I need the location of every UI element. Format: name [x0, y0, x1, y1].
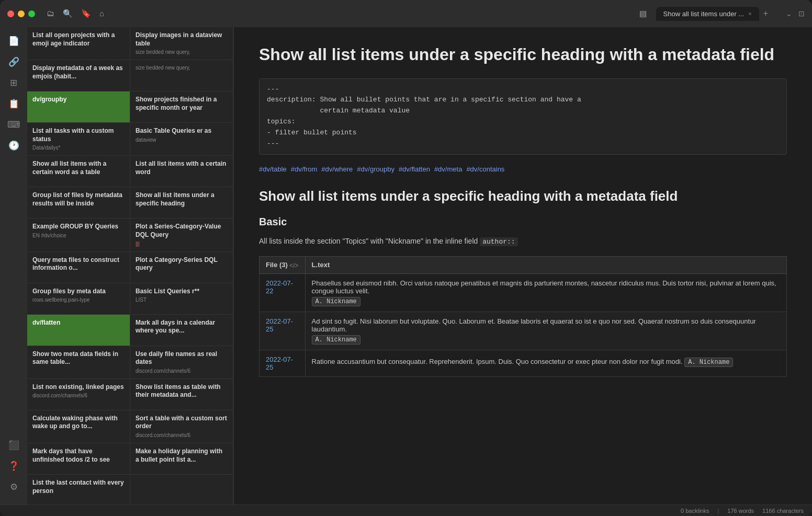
frontmatter-dashes-bottom: --- [267, 139, 779, 150]
word-count: 176 words [727, 508, 754, 514]
tag-dv-where[interactable]: #dv/where [321, 165, 353, 173]
sidebar-item-20[interactable]: Use daily file names as real dates disco… [130, 346, 233, 379]
tag-dv-table[interactable]: #dv/table [259, 165, 287, 173]
sidebar-item-17[interactable]: Basic List Queries r** LIST [130, 283, 233, 315]
close-button[interactable] [7, 10, 14, 17]
titlebar-icons: 🗂 🔍 🔖 ⌂ [47, 9, 104, 18]
sidebar-item-23[interactable]: Calculate waking phase with wake up and … [27, 410, 130, 443]
table-cell-file-2: 2022-07-25 [260, 312, 306, 350]
tag-dv-meta[interactable]: #dv/meta [434, 165, 462, 173]
sidebar-item-dvgroupby[interactable]: dv/groupby [27, 91, 130, 123]
ab-settings-icon[interactable]: ⚙ [4, 477, 23, 496]
sidebar-item-12[interactable]: Example GROUP BY Queries EN #dv/choice [27, 219, 130, 251]
sidebar-item-21[interactable]: List non existing, linked pages discord.… [27, 379, 130, 410]
sidebar-item-dvflatten[interactable]: dv/flatten [27, 315, 130, 346]
intro-text: All lists inside the section "Topics" wi… [259, 235, 787, 248]
frontmatter-topics-item: - filter bullet points [267, 128, 779, 139]
table-row: 2022-07-25 Ad sint so fugit. Nisi laboru… [260, 312, 787, 350]
tag-dv-from[interactable]: #dv/from [291, 165, 318, 173]
titlebar: 🗂 🔍 🔖 ⌂ ▤ Show all list items under ... … [0, 0, 812, 27]
sidebar-item-4[interactable]: size bedded new query, [130, 60, 233, 91]
sidebar-item-16[interactable]: Group files by meta data rows.wellbeing.… [27, 283, 130, 315]
file-link-1[interactable]: 2022-07-22 [266, 279, 293, 295]
sidebar-item-28[interactable] [130, 475, 233, 504]
file-link-3[interactable]: 2022-07-25 [266, 356, 293, 371]
ab-clock-icon[interactable]: 🕐 [4, 136, 23, 155]
sidebar-item-27[interactable]: List the last contact with every person [27, 475, 130, 504]
sidebar-item-1[interactable]: List all open projects with a emoji age … [27, 27, 130, 60]
sidebar-item-2[interactable]: Display images in a dataview table size … [130, 27, 233, 60]
traffic-lights [7, 10, 35, 17]
sidebar-item-5[interactable]: Show projects finished in a specific mon… [130, 91, 233, 123]
sidebar-toggle-icon[interactable]: ▤ [639, 9, 647, 18]
ab-files-icon[interactable]: 📄 [4, 31, 23, 50]
sidebar-item-9[interactable]: List all list items with a certain word [130, 156, 233, 187]
tag-dv-groupby[interactable]: #dv/groupby [357, 165, 394, 173]
nickname-badge-3: A. Nickname [684, 358, 733, 367]
split-view-icon[interactable]: ⊡ [798, 9, 805, 18]
bookmark-icon[interactable]: 🔖 [81, 9, 91, 18]
char-count: 1166 characters [762, 508, 804, 514]
sidebar-item-19[interactable]: Show two meta data fields in same table.… [27, 346, 130, 379]
sidebar-item-24[interactable]: Sort a table with a custom sort order di… [130, 410, 233, 443]
data-table: File (3) </> L.text 2022-07-22 Phasellus… [259, 256, 787, 377]
ab-help-icon[interactable]: ❓ [4, 456, 23, 475]
table-row: 2022-07-25 Ratione accusantium but conse… [260, 350, 787, 376]
sidebar-item-15[interactable]: Plot a Category-Series DQL query [130, 252, 233, 283]
sidebar-item-14[interactable]: Query meta files to construct informatio… [27, 252, 130, 283]
code-toggle-icon[interactable]: </> [289, 262, 298, 269]
sidebar-item-18[interactable]: Mark all days in a calendar where you sp… [130, 315, 233, 346]
sidebar-item-10[interactable]: Group list of files by metadata results … [27, 187, 130, 219]
sidebar-item-6[interactable]: List all tasks with a custom status Data… [27, 123, 130, 156]
table-cell-text-1: Phasellus sed euismod nibh. Orci varius … [305, 273, 786, 312]
ab-links-icon[interactable]: 🔗 [4, 52, 23, 71]
file-link-2[interactable]: 2022-07-25 [266, 317, 293, 333]
tag-dv-contains[interactable]: #dv/contains [466, 165, 504, 173]
activity-bar-bottom: ⬛ ❓ ⚙ [4, 435, 23, 500]
ab-terminal-icon[interactable]: ⌨ [4, 115, 23, 134]
tab-close-button[interactable]: × [748, 10, 751, 17]
sidebar-item-26[interactable]: Make a holiday planning with a bullet po… [130, 443, 233, 475]
main-body: 📄 🔗 ⊞ 📋 ⌨ 🕐 ⬛ ❓ ⚙ List all open projects… [0, 27, 812, 504]
ab-grid-icon[interactable]: ⊞ [4, 73, 23, 92]
status-bar: 0 backlinks | 176 words 1166 characters [0, 504, 812, 516]
frontmatter-desc-label: description: [267, 96, 316, 104]
content-area: Show all list items under a specific hea… [234, 27, 812, 504]
frontmatter-block: --- description: Show all bullet points … [259, 78, 787, 155]
sidebar-item-7[interactable]: Basic Table Queries er as dataview [130, 123, 233, 156]
page-title: Show all list items under a specific hea… [259, 44, 787, 66]
active-tab[interactable]: Show all list items under ... × [656, 7, 759, 21]
sidebar-item-11[interactable]: Show all list items under a specific hea… [130, 187, 233, 219]
col-header-file: File (3) </> [260, 256, 306, 273]
chevron-down-icon[interactable]: ⌄ [786, 9, 792, 18]
sidebar-item-3[interactable]: Display metadata of a week as emjois (ha… [27, 60, 130, 91]
sidebar-item-25[interactable]: Mark days that have unfinished todos /2 … [27, 443, 130, 475]
section-title: Show all list items under a specific hea… [259, 188, 787, 205]
titlebar-right: ⌄ ⊡ [786, 9, 805, 18]
sidebar-item-8[interactable]: Show all list items with a certain word … [27, 156, 130, 187]
table-cell-text-2: Ad sint so fugit. Nisi laborum but volup… [305, 312, 786, 350]
nickname-badge-2: A. Nickname [312, 335, 360, 345]
tab-title: Show all list items under ... [663, 10, 745, 18]
sidebar-item-22[interactable]: Show list items as table with their meta… [130, 379, 233, 410]
nickname-badge-1: A. Nickname [312, 297, 360, 306]
tag-dv-flatten[interactable]: #dv/flatten [399, 165, 430, 173]
sidebar-item-13[interactable]: Plot a Series-Category-Value DQL Query |… [130, 219, 233, 251]
tags-row: #dv/table #dv/from #dv/where #dv/groupby… [259, 165, 787, 173]
backlinks-count: 0 backlinks [681, 508, 709, 514]
table-cell-text-3: Ratione accusantium but consequatur. Rep… [305, 350, 786, 376]
sidebar-grid: List all open projects with a emoji age … [27, 27, 233, 504]
folder-icon[interactable]: 🗂 [47, 9, 54, 18]
minimize-button[interactable] [18, 10, 25, 17]
inline-code-author: author:: [480, 237, 517, 246]
ab-clipboard-icon[interactable]: 📋 [4, 94, 23, 113]
new-tab-button[interactable]: + [759, 9, 772, 18]
maximize-button[interactable] [28, 10, 35, 17]
frontmatter-dashes-top: --- [267, 84, 779, 95]
app-window: 🗂 🔍 🔖 ⌂ ▤ Show all list items under ... … [0, 0, 812, 516]
network-icon[interactable]: ⌂ [99, 9, 104, 18]
search-icon[interactable]: 🔍 [63, 9, 73, 18]
tabs: Show all list items under ... × + [656, 7, 772, 21]
ab-publish-icon[interactable]: ⬛ [4, 435, 23, 454]
subsection-title: Basic [259, 216, 787, 228]
